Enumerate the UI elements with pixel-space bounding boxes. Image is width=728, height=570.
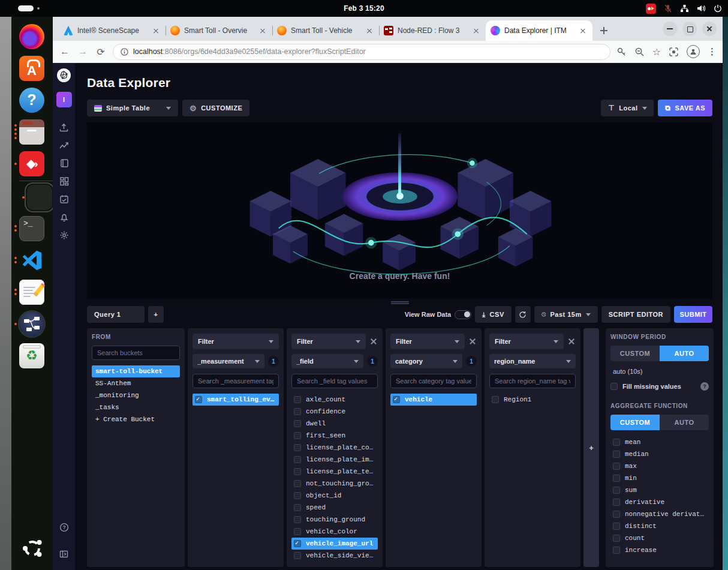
bucket-row[interactable]: + Create Bucket <box>92 413 180 425</box>
aggregate-function-row[interactable]: sum <box>610 484 709 496</box>
aggregate-function-row[interactable]: count <box>610 532 709 544</box>
aggregate-function-row[interactable]: max <box>610 460 709 472</box>
dock-item-firefox[interactable] <box>11 20 53 52</box>
tab-close-icon[interactable] <box>578 26 588 35</box>
lens-icon[interactable] <box>669 47 679 57</box>
browser-tab[interactable]: Smart Toll - Vehicle <box>272 20 379 41</box>
aggregate-function-row[interactable]: increase <box>610 544 709 556</box>
aggregate-function-row[interactable]: distinct <box>610 520 709 532</box>
bucket-row[interactable]: smart-toll-bucket <box>92 365 180 377</box>
checkbox[interactable] <box>294 396 301 403</box>
filter-type-dropdown[interactable]: Filter <box>291 334 366 349</box>
remove-filter-icon[interactable] <box>369 337 378 346</box>
menu-kebab-icon[interactable]: ⋮ <box>708 46 717 57</box>
tab-close-icon[interactable] <box>365 26 374 35</box>
bucket-row[interactable]: _monitoring <box>92 389 180 401</box>
filter-value-row[interactable]: vehicle <box>390 394 477 406</box>
checkbox[interactable] <box>294 444 301 451</box>
checkbox[interactable] <box>492 396 499 403</box>
remove-filter-icon[interactable] <box>567 337 576 346</box>
close-button[interactable] <box>702 22 717 36</box>
dashboards-icon[interactable] <box>59 172 69 190</box>
minimize-button[interactable] <box>663 22 677 36</box>
filter-value-row[interactable]: touching_ground <box>291 514 378 526</box>
forward-icon[interactable]: → <box>77 46 89 57</box>
region-search-input[interactable] <box>489 374 576 388</box>
screen-record-indicator[interactable] <box>646 4 656 14</box>
checkbox[interactable] <box>294 468 301 475</box>
tag-key-dropdown[interactable]: _field <box>291 354 363 368</box>
dock-item-files[interactable] <box>11 116 53 148</box>
filter-value-row[interactable]: dwell <box>291 418 378 430</box>
aggregate-function-row[interactable]: derivative <box>610 496 709 508</box>
browser-tab[interactable]: Intel® SceneScape <box>59 20 166 41</box>
checkbox[interactable] <box>294 492 301 499</box>
viz-type-dropdown[interactable]: Simple Table <box>87 100 178 116</box>
checkbox[interactable] <box>613 547 620 554</box>
browser-tab[interactable]: Smart Toll - Overvie <box>166 20 272 41</box>
filter-value-row[interactable]: vehicle_color <box>291 526 378 538</box>
tasks-icon[interactable] <box>59 190 69 208</box>
checkbox[interactable] <box>393 396 400 403</box>
filter-value-row[interactable]: speed <box>291 502 378 514</box>
org-avatar[interactable]: I <box>56 92 72 107</box>
resize-handle[interactable] <box>391 301 409 304</box>
dock-item-text-editor[interactable] <box>11 276 53 308</box>
script-editor-button[interactable]: SCRIPT EDITOR <box>601 306 670 323</box>
checkbox[interactable] <box>294 456 301 463</box>
filter-type-dropdown[interactable]: Filter <box>192 334 279 349</box>
dock-item-ubuntu-apps[interactable] <box>11 536 53 570</box>
filter-value-row[interactable]: confidence <box>291 406 378 418</box>
url-bar[interactable]: localhost:8086/orgs/6de4dd3a9e0255ef/dat… <box>113 44 610 60</box>
query-tab[interactable]: Query 1 <box>87 306 145 323</box>
checkbox[interactable] <box>294 516 301 523</box>
key-icon[interactable] <box>616 47 627 57</box>
checkbox[interactable] <box>613 523 620 530</box>
back-icon[interactable]: ← <box>59 46 71 57</box>
checkbox[interactable] <box>613 463 620 470</box>
tab-close-icon[interactable] <box>471 26 481 35</box>
checkbox[interactable] <box>294 432 301 439</box>
restore-button[interactable] <box>682 22 697 36</box>
remove-filter-icon[interactable] <box>468 337 477 346</box>
checkbox[interactable] <box>294 408 301 415</box>
system-tray[interactable] <box>646 0 722 17</box>
field-search-input[interactable] <box>291 374 378 388</box>
checkbox[interactable] <box>613 511 620 518</box>
measurement-search-input[interactable] <box>192 374 279 388</box>
dock-item-node-red[interactable] <box>11 308 53 340</box>
checkbox[interactable] <box>613 475 620 482</box>
dock-item-trash[interactable]: ♻ <box>11 340 53 371</box>
tag-key-dropdown[interactable]: _measurement <box>192 354 264 368</box>
save-location-dropdown[interactable]: ⊤ Local <box>601 100 654 116</box>
bucket-search-input[interactable] <box>92 346 180 360</box>
data-explorer-icon[interactable] <box>59 136 69 154</box>
load-data-icon[interactable] <box>59 118 69 136</box>
filter-value-row[interactable]: not_touching_ground <box>291 478 378 490</box>
checkbox[interactable] <box>294 420 301 427</box>
customize-button[interactable]: ⚙ CUSTOMIZE <box>182 100 249 116</box>
browser-tab[interactable]: Node-RED : Flow 3 <box>379 20 486 41</box>
tag-key-dropdown[interactable]: region_name <box>489 354 576 368</box>
aggregate-function-row[interactable]: median <box>610 448 709 460</box>
bucket-row[interactable]: _tasks <box>92 401 180 413</box>
dock-item-vscode[interactable] <box>11 244 53 276</box>
view-raw-data-toggle[interactable] <box>455 310 471 319</box>
settings-icon[interactable] <box>59 226 69 244</box>
filter-value-row[interactable]: license_plate_confidence <box>291 442 378 454</box>
filter-value-row[interactable]: Region1 <box>489 394 576 406</box>
dock-item-red-diamond-app[interactable]: ◆› <box>11 148 53 179</box>
notebooks-icon[interactable] <box>59 154 69 172</box>
clock[interactable]: Feb 3 15:20 <box>0 4 728 13</box>
time-range-dropdown[interactable]: Past 15m <box>534 306 598 323</box>
window-custom-button[interactable]: CUSTOM <box>610 346 660 361</box>
checkbox[interactable] <box>610 383 618 390</box>
checkbox[interactable] <box>613 499 620 506</box>
help-icon[interactable]: ? <box>59 518 69 536</box>
checkbox[interactable] <box>294 540 301 547</box>
browser-tab[interactable]: Data Explorer | ITM <box>486 20 592 41</box>
checkbox[interactable] <box>613 535 620 542</box>
influxdb-logo[interactable] <box>57 68 71 82</box>
filter-value-row[interactable]: object_id <box>291 490 378 502</box>
filter-value-row[interactable]: smart_tolling_events <box>192 394 279 406</box>
